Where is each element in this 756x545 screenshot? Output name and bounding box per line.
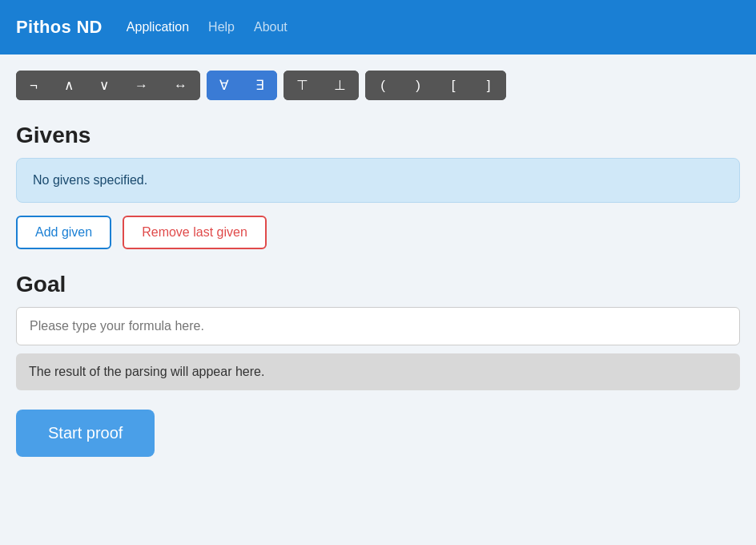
header: Pithos ND Application Help About [0, 0, 756, 54]
symbol-false[interactable]: ⊥ [321, 71, 359, 100]
symbol-implies[interactable]: → [122, 71, 161, 100]
givens-buttons: Add given Remove last given [16, 216, 740, 249]
nav-application[interactable]: Application [127, 17, 189, 38]
nav-about[interactable]: About [254, 17, 288, 38]
add-given-button[interactable]: Add given [16, 216, 111, 249]
symbol-close-bracket[interactable]: ] [471, 71, 506, 100]
goal-title: Goal [16, 272, 740, 297]
main-nav: Application Help About [127, 17, 288, 38]
logic-connectives-group: ¬ ∧ ∨ → ↔ [16, 71, 200, 100]
start-proof-button[interactable]: Start proof [16, 410, 155, 457]
symbol-close-paren[interactable]: ) [400, 71, 436, 100]
brand-title: Pithos ND [16, 17, 103, 38]
goal-formula-input[interactable] [16, 307, 740, 345]
remove-last-given-button[interactable]: Remove last given [123, 216, 267, 249]
givens-display: No givens specified. [16, 158, 740, 203]
symbol-open-paren[interactable]: ( [365, 71, 400, 100]
parse-result-display: The result of the parsing will appear he… [16, 353, 740, 390]
symbol-true[interactable]: ⊤ [284, 71, 321, 100]
symbol-not[interactable]: ¬ [16, 71, 51, 100]
symbol-toolbar: ¬ ∧ ∨ → ↔ ∀ ∃ ⊤ ⊥ ( ) [ ] [16, 71, 740, 100]
brackets-group: ( ) [ ] [365, 71, 506, 100]
main-content: ¬ ∧ ∨ → ↔ ∀ ∃ ⊤ ⊥ ( ) [ ] Givens No give… [0, 54, 756, 481]
symbol-iff[interactable]: ↔ [161, 71, 200, 100]
nav-help[interactable]: Help [208, 17, 235, 38]
symbol-and[interactable]: ∧ [51, 71, 86, 100]
symbol-open-bracket[interactable]: [ [436, 71, 471, 100]
symbol-exists[interactable]: ∃ [242, 71, 277, 100]
symbol-forall[interactable]: ∀ [207, 71, 242, 100]
symbol-or[interactable]: ∨ [86, 71, 122, 100]
givens-title: Givens [16, 123, 740, 148]
givens-empty-message: No givens specified. [33, 173, 147, 187]
truth-values-group: ⊤ ⊥ [284, 71, 359, 100]
quantifiers-group: ∀ ∃ [207, 71, 277, 100]
